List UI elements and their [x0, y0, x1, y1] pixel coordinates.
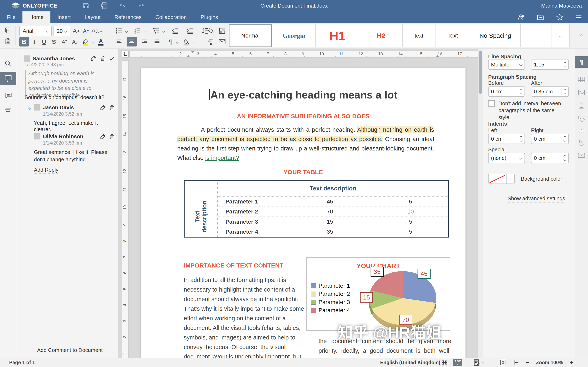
doc-table[interactable]: Text description Text description Parame…: [184, 180, 449, 238]
style-h2[interactable]: H2: [359, 24, 403, 47]
redo-icon[interactable]: [137, 2, 145, 10]
tab-stop-selector[interactable]: [122, 50, 129, 58]
background-color-dropdown[interactable]: [507, 174, 515, 184]
hamburger-menu-icon[interactable]: [575, 13, 583, 21]
increase-font-button[interactable]: A▲: [72, 26, 81, 35]
font-name-select[interactable]: Arial: [19, 26, 52, 36]
add-comment-link[interactable]: Add Comment to Document: [37, 347, 103, 354]
style-h1[interactable]: H1: [316, 24, 359, 47]
numbered-list-icon[interactable]: 123: [132, 26, 143, 35]
tab-file[interactable]: File: [0, 11, 22, 23]
indent-right-stepper[interactable]: 0 cm: [531, 134, 569, 144]
style-no-spacing[interactable]: No Spacing: [470, 24, 521, 47]
track-changes-icon[interactable]: [474, 358, 484, 367]
bold-button[interactable]: B: [19, 37, 29, 47]
document-scrollbar[interactable]: [478, 49, 483, 358]
style-georgia[interactable]: Georgia: [272, 24, 316, 47]
delete-comment-icon[interactable]: [109, 133, 116, 140]
document-page[interactable]: An eye-catching heading means a lot AN I…: [141, 68, 466, 358]
indent-left-stepper[interactable]: 0 cm: [488, 134, 525, 144]
spellcheck-icon[interactable]: ABC✓: [453, 358, 462, 367]
justify-icon[interactable]: [152, 37, 162, 47]
save-icon[interactable]: [82, 2, 90, 10]
delete-comment-icon[interactable]: [109, 104, 116, 111]
fit-width-icon[interactable]: [513, 358, 520, 367]
highlight-color-icon[interactable]: [81, 37, 90, 47]
shape-settings-icon[interactable]: [575, 113, 588, 124]
chart-settings-icon[interactable]: [575, 125, 588, 136]
align-center-icon[interactable]: [127, 37, 137, 47]
advanced-settings-link[interactable]: Show advanced settings: [508, 195, 565, 202]
paste-icon[interactable]: [3, 37, 13, 46]
collapse-toolbar-icon[interactable]: [580, 34, 584, 38]
multilevel-list-icon[interactable]: [151, 26, 161, 35]
special-indent-select[interactable]: (none): [488, 153, 525, 163]
open-file-location-icon[interactable]: [536, 13, 545, 21]
scrollbar-thumb[interactable]: [479, 51, 482, 94]
underline-button[interactable]: U: [40, 37, 48, 47]
tab-references[interactable]: References: [107, 11, 148, 23]
edit-comment-icon[interactable]: [100, 133, 107, 140]
zoom-out-button[interactable]: −: [526, 358, 530, 367]
doc-hyperlink[interactable]: is important?: [205, 155, 239, 161]
no-interval-checkbox[interactable]: [488, 100, 495, 107]
first-line-indent-marker[interactable]: [191, 51, 195, 53]
tab-insert[interactable]: Insert: [51, 11, 78, 23]
add-reply-link[interactable]: Add Reply: [34, 167, 58, 174]
favorite-star-icon[interactable]: [555, 13, 564, 21]
decrease-indent-icon[interactable]: [170, 26, 181, 35]
document-canvas[interactable]: 1 2 3 4 5 6 7 8 9 10 11 12 13 14 15 16 1…: [118, 49, 483, 358]
zoom-in-button[interactable]: +: [570, 358, 573, 367]
print-icon[interactable]: [100, 2, 108, 10]
nonprinting-characters-icon[interactable]: ¶: [166, 37, 175, 47]
navigation-headings-icon[interactable]: [0, 104, 16, 117]
right-indent-marker[interactable]: [436, 55, 440, 57]
style-normal[interactable]: Normal: [229, 24, 272, 47]
add-user-icon[interactable]: [517, 13, 526, 21]
strikethrough-button[interactable]: S: [50, 37, 58, 47]
line-spacing-select[interactable]: Multiple: [488, 59, 525, 70]
spacing-after-stepper[interactable]: 0.35 cm: [531, 86, 569, 97]
font-size-select[interactable]: 20: [53, 26, 70, 36]
set-language-globe-icon[interactable]: [441, 358, 448, 367]
increase-indent-icon[interactable]: [185, 26, 195, 35]
vertical-ruler[interactable]: 1 2 3 4 5 6 7 8 9 10 11 12 13 14 15 16 1…: [122, 60, 129, 358]
edit-comment-icon[interactable]: [100, 104, 107, 111]
style-text-lower[interactable]: text: [403, 24, 435, 47]
font-color-icon[interactable]: A: [96, 37, 105, 47]
tab-collaboration[interactable]: Collaboration: [148, 11, 194, 23]
tab-home[interactable]: Home: [22, 11, 51, 23]
horizontal-ruler[interactable]: 1 2 3 4 5 6 7 8 9 10 11 12 13 14 15 16 1…: [130, 50, 483, 58]
fit-page-icon[interactable]: [500, 358, 507, 367]
spacing-before-stepper[interactable]: 0 cm: [488, 86, 525, 97]
clear-style-icon[interactable]: [205, 26, 216, 35]
chart-frame[interactable]: YOUR CHART Parameter 1 Parameter 2 Param…: [306, 257, 450, 331]
copy-style-icon[interactable]: [205, 37, 216, 47]
language-selector[interactable]: English (United Kingdom): [380, 358, 444, 367]
left-indent-marker[interactable]: [186, 55, 190, 57]
tab-layout[interactable]: Layout: [78, 11, 107, 23]
bullet-list-icon[interactable]: [114, 26, 124, 35]
text-art-settings-icon[interactable]: Ta: [575, 137, 588, 148]
styles-expand-button[interactable]: [551, 24, 570, 47]
style-empty-cell[interactable]: [521, 24, 551, 47]
table-settings-icon[interactable]: [575, 74, 588, 85]
tab-plugins[interactable]: Plugins: [194, 11, 225, 23]
undo-icon[interactable]: [119, 2, 127, 10]
special-amount-stepper[interactable]: 0 cm: [531, 153, 569, 163]
resolve-comment-icon[interactable]: [109, 55, 116, 62]
change-case-button[interactable]: Aa: [91, 26, 102, 35]
mail-merge-settings-icon[interactable]: [575, 150, 588, 161]
italic-button[interactable]: I: [30, 37, 39, 47]
superscript-button[interactable]: A²: [60, 37, 69, 47]
delete-comment-icon[interactable]: [100, 55, 107, 62]
edit-comment-icon[interactable]: [90, 55, 97, 62]
search-icon[interactable]: [0, 57, 16, 70]
align-right-icon[interactable]: [139, 37, 149, 47]
align-left-icon[interactable]: [114, 37, 124, 47]
line-spacing-amount-stepper[interactable]: 1.15: [531, 59, 569, 70]
mail-merge-icon[interactable]: [217, 37, 227, 47]
chat-icon[interactable]: [0, 89, 16, 102]
header-footer-settings-icon[interactable]: [575, 100, 588, 111]
image-settings-icon[interactable]: [575, 87, 588, 98]
